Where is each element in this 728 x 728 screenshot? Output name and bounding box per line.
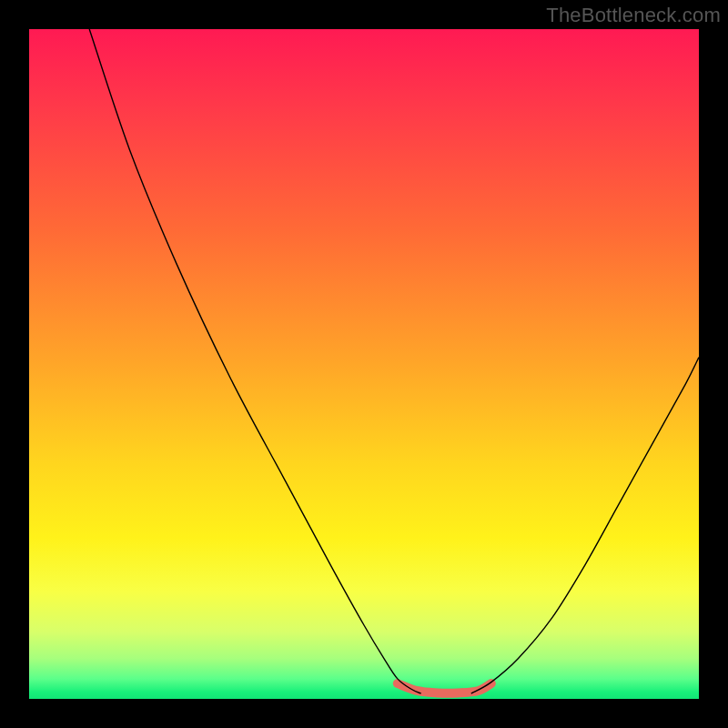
left-branch xyxy=(89,29,420,693)
plot-area xyxy=(29,29,699,699)
chart-frame: TheBottleneck.com xyxy=(0,0,728,728)
curve-svg xyxy=(29,29,699,699)
right-branch xyxy=(471,358,699,693)
valley-band xyxy=(398,683,491,693)
watermark-text: TheBottleneck.com xyxy=(546,4,721,27)
